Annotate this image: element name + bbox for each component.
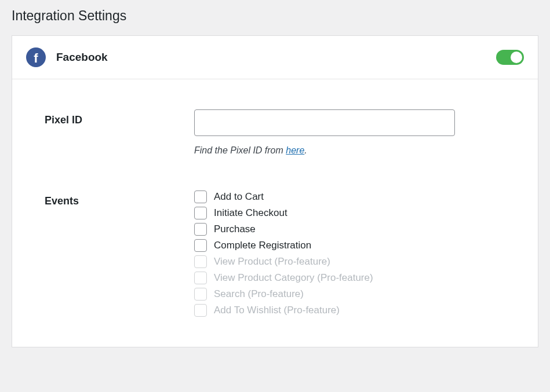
pixel-id-row: Pixel ID Find the Pixel ID from here. [45, 109, 524, 156]
event-row: Purchase [194, 223, 524, 236]
pixel-id-label: Pixel ID [45, 109, 194, 126]
integration-panel: f Facebook Pixel ID Find the Pixel ID fr… [12, 35, 538, 347]
events-control: Add to CartInitiate CheckoutPurchaseComp… [194, 190, 524, 317]
event-label: Search (Pro-feature) [214, 288, 304, 300]
events-label: Events [45, 190, 194, 207]
panel-header-left: f Facebook [26, 47, 108, 67]
help-prefix: Find the Pixel ID from [194, 145, 286, 155]
events-checkbox-group: Add to CartInitiate CheckoutPurchaseComp… [194, 190, 524, 317]
events-row: Events Add to CartInitiate CheckoutPurch… [45, 190, 524, 317]
event-row: Search (Pro-feature) [194, 288, 524, 301]
pixel-id-help-link[interactable]: here [286, 145, 304, 155]
event-label: View Product Category (Pro-feature) [214, 272, 373, 284]
event-checkbox [194, 288, 207, 301]
page-title: Integration Settings [0, 0, 550, 35]
enable-toggle[interactable] [496, 50, 524, 65]
help-suffix: . [304, 145, 307, 155]
event-label: Add To Wishlist (Pro-feature) [214, 305, 340, 316]
event-checkbox [194, 255, 207, 268]
event-label: Purchase [214, 224, 256, 235]
event-label: Complete Registration [214, 240, 311, 251]
event-row: Complete Registration [194, 239, 524, 252]
pixel-id-input[interactable] [194, 109, 455, 136]
event-row: Add to Cart [194, 190, 524, 203]
event-checkbox [194, 272, 207, 284]
event-row: View Product (Pro-feature) [194, 255, 524, 268]
event-checkbox [194, 304, 207, 317]
provider-name: Facebook [56, 51, 108, 64]
event-checkbox[interactable] [194, 190, 207, 203]
event-label: View Product (Pro-feature) [214, 256, 330, 268]
event-row: Add To Wishlist (Pro-feature) [194, 304, 524, 317]
event-label: Initiate Checkout [214, 207, 287, 219]
event-checkbox[interactable] [194, 223, 207, 236]
facebook-icon: f [26, 47, 46, 67]
event-row: Initiate Checkout [194, 207, 524, 219]
event-row: View Product Category (Pro-feature) [194, 272, 524, 284]
event-checkbox[interactable] [194, 239, 207, 252]
panel-body: Pixel ID Find the Pixel ID from here. Ev… [12, 79, 538, 347]
panel-header: f Facebook [12, 36, 538, 79]
pixel-id-control: Find the Pixel ID from here. [194, 109, 524, 156]
event-label: Add to Cart [214, 191, 264, 203]
pixel-id-help: Find the Pixel ID from here. [194, 145, 524, 156]
event-checkbox[interactable] [194, 207, 207, 219]
